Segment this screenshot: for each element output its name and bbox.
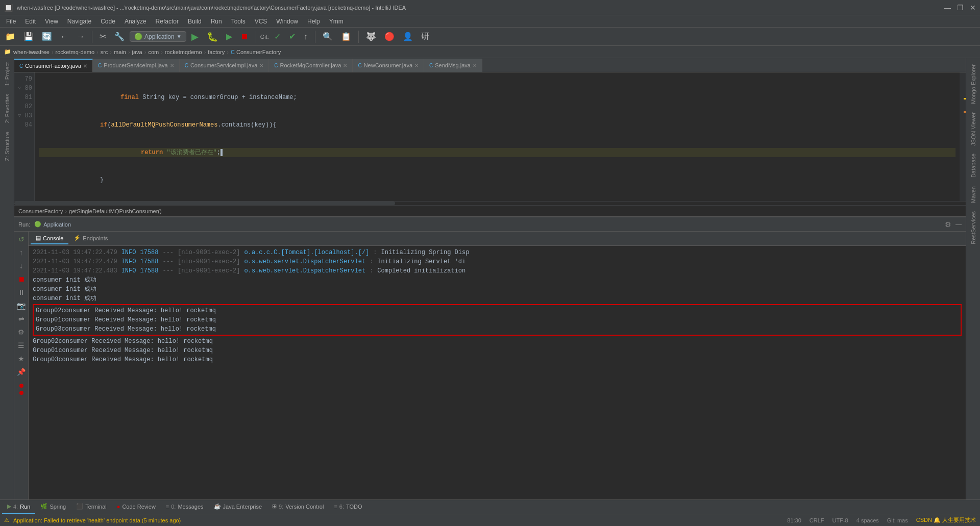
- menu-edit[interactable]: Edit: [21, 17, 40, 26]
- left-panel-project[interactable]: 1: Project: [2, 58, 12, 90]
- run-tab-console[interactable]: ▤ Console: [31, 233, 68, 244]
- status-crlf[interactable]: CRLF: [810, 517, 824, 523]
- gear-btn[interactable]: ⚙: [945, 220, 951, 229]
- tab-consumerservice[interactable]: C ConsumerServiceImpl.java ✕: [180, 59, 270, 72]
- menu-run[interactable]: Run: [207, 17, 226, 26]
- tab-rocketmqcontroller[interactable]: C RocketMqController.java ✕: [269, 59, 353, 72]
- run-coverage-btn[interactable]: ▶: [223, 31, 235, 42]
- toolbar-copy-btn[interactable]: 📋: [338, 31, 354, 42]
- bottom-tab-terminal[interactable]: ⬛ Terminal: [71, 500, 112, 514]
- run-filter-btn[interactable]: ⇌: [16, 313, 27, 324]
- left-panel-structure[interactable]: Z: Structure: [2, 128, 12, 165]
- tab-sendmsg[interactable]: C SendMsg.java ✕: [424, 59, 482, 72]
- toolbar-refresh-btn[interactable]: 🔄: [39, 31, 55, 42]
- bottom-tab-codereview[interactable]: ● Code Review: [112, 500, 161, 514]
- run-stop-btn[interactable]: ⏹: [16, 273, 27, 285]
- right-panel-json[interactable]: JSON Viewer: [968, 108, 978, 150]
- bottom-tab-javaee[interactable]: ☕ Java Enterprise: [209, 500, 267, 514]
- run-star-btn[interactable]: ★: [16, 353, 27, 364]
- menu-build[interactable]: Build: [184, 17, 206, 26]
- menu-ymm[interactable]: Ymm: [325, 17, 348, 26]
- status-git[interactable]: Git: mas: [887, 517, 908, 523]
- editor-hscroll[interactable]: [14, 201, 966, 205]
- maximize-btn[interactable]: ❐: [957, 4, 964, 12]
- run-pin-btn[interactable]: 📌: [16, 366, 27, 378]
- menu-navigate[interactable]: Navigate: [63, 17, 95, 26]
- menu-tools[interactable]: Tools: [227, 17, 250, 26]
- run-tab-endpoints[interactable]: ⚡ Endpoints: [68, 233, 113, 244]
- bottom-tab-todo[interactable]: ≡ 6: TODO: [329, 500, 367, 514]
- git-check-btn[interactable]: ✓: [271, 31, 284, 42]
- run-config-tag[interactable]: 🟢 Application: [34, 221, 71, 228]
- bottom-tab-spring[interactable]: 🌿 Spring: [35, 500, 71, 514]
- minimize-btn[interactable]: —: [944, 4, 951, 12]
- debug-btn[interactable]: 🐛: [204, 30, 221, 43]
- toolbar-extra3[interactable]: 👤: [400, 31, 416, 42]
- bc-com[interactable]: com: [148, 49, 159, 55]
- git-push-btn[interactable]: ↑: [301, 31, 311, 42]
- tab-close-3[interactable]: ✕: [259, 63, 263, 68]
- status-indent[interactable]: 4 spaces: [856, 517, 879, 523]
- bc-rocketmqdemo[interactable]: rocketmqdemo: [165, 49, 202, 55]
- tab-close-4[interactable]: ✕: [343, 63, 347, 68]
- right-panel-rest[interactable]: RestServices: [968, 207, 978, 248]
- run-scroll-down-btn[interactable]: ↓: [16, 260, 27, 271]
- run-gear-btn[interactable]: ⚙: [16, 327, 27, 338]
- toolbar-open-btn[interactable]: 📁: [2, 31, 18, 42]
- status-position[interactable]: 81:30: [787, 517, 801, 523]
- code-content[interactable]: final String key = consumerGroup + insta…: [35, 72, 960, 201]
- run-step-btn[interactable]: 📷: [16, 300, 27, 311]
- status-encoding[interactable]: UTF-8: [832, 517, 848, 523]
- toolbar-fmt-btn[interactable]: 🔧: [111, 31, 128, 42]
- bottom-tab-messages[interactable]: ≡ 0: Messages: [161, 500, 209, 514]
- toolbar-extra1[interactable]: 🐺: [363, 31, 379, 42]
- run-restart-btn[interactable]: ↺: [16, 234, 27, 245]
- panel-min-btn[interactable]: —: [955, 221, 962, 228]
- toolbar-forward-btn[interactable]: →: [74, 31, 88, 42]
- method-bc-method[interactable]: getSingleDefaultMQPushConsumer(): [69, 208, 162, 214]
- menu-help[interactable]: Help: [303, 17, 324, 26]
- close-btn[interactable]: ✕: [970, 4, 976, 12]
- bc-src[interactable]: src: [101, 49, 108, 55]
- stop-btn[interactable]: ⏹: [237, 31, 252, 42]
- bottom-tab-vcs[interactable]: ⊞ 9: Version Control: [267, 500, 329, 514]
- toolbar-extra2[interactable]: 🔴: [381, 31, 398, 42]
- tab-close-1[interactable]: ✕: [83, 63, 87, 69]
- tab-consumerfactory[interactable]: C ConsumerFactory.java ✕: [14, 59, 93, 72]
- console-output[interactable]: 2021-11-03 19:47:22.479 INFO 17588 --- […: [29, 246, 966, 499]
- toolbar-extra4[interactable]: 研: [418, 30, 432, 43]
- bc-main[interactable]: main: [114, 49, 126, 55]
- status-warning-text[interactable]: Application: Failed to retrieve 'health'…: [13, 517, 181, 523]
- bc-factory[interactable]: factory: [208, 49, 225, 55]
- toolbar-back-btn[interactable]: ←: [57, 31, 71, 42]
- bottom-tab-run[interactable]: ▶ 4: Run: [2, 500, 35, 514]
- tab-newconsumer[interactable]: C NewConsumer.java ✕: [353, 59, 424, 72]
- right-panel-database[interactable]: Database: [968, 149, 978, 182]
- tab-producerservice[interactable]: C ProducerServiceImpl.java ✕: [93, 59, 180, 72]
- run-layout-btn[interactable]: ☰: [16, 340, 27, 351]
- toolbar-undo-btn[interactable]: ✂: [96, 31, 109, 42]
- tab-close-2[interactable]: ✕: [170, 63, 174, 68]
- run-pause-btn[interactable]: ⏸: [16, 287, 27, 298]
- right-panel-mongo[interactable]: Mongo Explorer: [968, 60, 978, 108]
- run-scroll-up-btn[interactable]: ↑: [16, 247, 27, 258]
- toolbar-search-btn[interactable]: 🔍: [320, 31, 336, 42]
- bc-project[interactable]: when-iwasfree: [13, 49, 50, 55]
- run-config-dropdown[interactable]: 🟢 Application ▼: [130, 31, 186, 42]
- run-btn[interactable]: ▶: [188, 30, 202, 43]
- menu-file[interactable]: File: [2, 17, 20, 26]
- tab-close-5[interactable]: ✕: [414, 63, 419, 68]
- menu-view[interactable]: View: [41, 17, 62, 26]
- scrollbar-right[interactable]: [960, 72, 966, 201]
- menu-window[interactable]: Window: [272, 17, 302, 26]
- git-commit-btn[interactable]: ✔: [286, 31, 299, 42]
- right-panel-maven[interactable]: Maven: [968, 182, 978, 207]
- method-bc-class[interactable]: ConsumerFactory: [18, 208, 63, 214]
- menu-vcs[interactable]: VCS: [251, 17, 272, 26]
- menu-code[interactable]: Code: [96, 17, 119, 26]
- bc-class[interactable]: C ConsumerFactory: [231, 49, 281, 55]
- menu-analyze[interactable]: Analyze: [120, 17, 151, 26]
- toolbar-save-btn[interactable]: 💾: [20, 31, 37, 42]
- tab-close-6[interactable]: ✕: [473, 63, 477, 68]
- menu-refactor[interactable]: Refactor: [152, 17, 183, 26]
